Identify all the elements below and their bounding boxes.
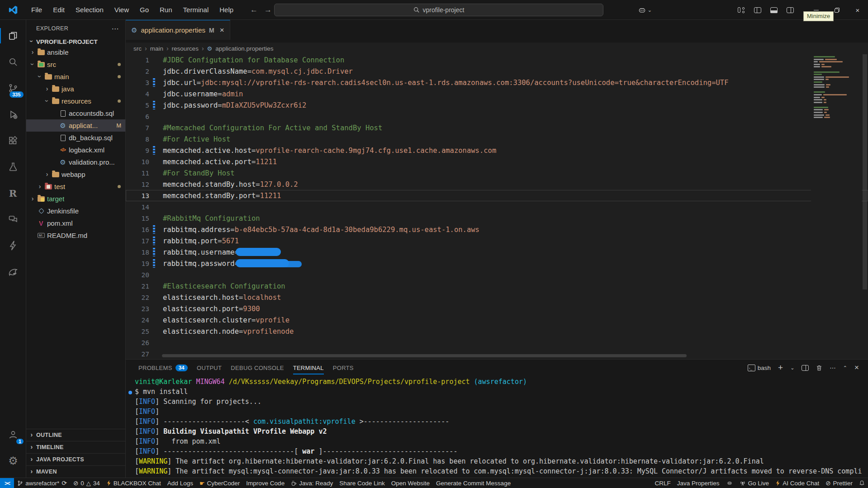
menu-help[interactable]: Help xyxy=(214,4,238,15)
editor-line-6[interactable]: 6 xyxy=(126,111,868,122)
tree-item-test[interactable]: ›test xyxy=(26,180,125,193)
editor-line-26[interactable]: 26 xyxy=(126,337,868,348)
activity-search-icon[interactable] xyxy=(0,49,26,75)
tree-item-java[interactable]: ›java xyxy=(26,83,125,95)
activity-settings-icon[interactable]: ⚙ xyxy=(0,448,26,474)
tree-item-pom-xml[interactable]: ›Vpom.xml xyxy=(26,217,125,229)
menu-edit[interactable]: Edit xyxy=(48,4,70,15)
editor-line-18[interactable]: 18rabbitmq.username= xyxy=(126,246,868,258)
breadcrumb-item[interactable]: application.properties xyxy=(215,45,273,52)
terminal-dropdown-icon[interactable]: ⌄ xyxy=(790,365,794,371)
split-terminal-icon[interactable] xyxy=(802,365,809,371)
editor-line-4[interactable]: 4jdbc.username=admin xyxy=(126,88,868,99)
tree-item-jenkinsfile[interactable]: ›Jenkinsfile xyxy=(26,205,125,217)
sidebar-section-outline[interactable]: ›OUTLINE xyxy=(26,429,125,441)
status-go-live[interactable]: Go Live xyxy=(736,478,773,488)
tree-item-main[interactable]: ›main xyxy=(26,71,125,83)
status-branch[interactable]: awsrefactor*⟳ xyxy=(14,478,70,488)
tree-item-accountsdb-sql[interactable]: ›accountsdb.sql xyxy=(26,107,125,119)
editor-line-10[interactable]: 10memcached.active.port=11211 xyxy=(126,156,868,167)
editor-line-16[interactable]: 16rabbitmq.address=b-e84ebc5b-57aa-4cad-… xyxy=(126,224,868,235)
customize-layout-icon[interactable] xyxy=(738,7,745,13)
panel-close-icon[interactable]: × xyxy=(854,363,859,372)
panel-tab-output[interactable]: OUTPUT xyxy=(192,362,226,374)
sidebar-section-java-projects[interactable]: ›JAVA PROJECTS xyxy=(26,453,125,465)
status-notifications[interactable] xyxy=(856,478,868,488)
editor-line-24[interactable]: 24elasticsearch.cluster=vprofile xyxy=(126,314,868,326)
status-add-logs[interactable]: Add Logs xyxy=(164,478,196,488)
breadcrumb-item[interactable]: src xyxy=(133,45,142,52)
editor-line-12[interactable]: 12memcached.standBy.host=127.0.0.2 xyxy=(126,179,868,190)
status-open-website[interactable]: Open Website xyxy=(388,478,433,488)
editor-line-20[interactable]: 20 xyxy=(126,269,868,280)
menu-view[interactable]: View xyxy=(109,4,134,15)
tree-item-logback-xml[interactable]: ›</>logback.xml xyxy=(26,144,125,156)
activity-thunder-client-icon[interactable] xyxy=(0,232,26,259)
editor-line-3[interactable]: 3jdbc.url=jdbc:mysql://vprofile-rds-rear… xyxy=(126,77,868,88)
status-java-ready[interactable]: Java: Ready xyxy=(288,478,336,488)
panel-tab-terminal[interactable]: TERMINAL xyxy=(289,362,328,374)
minimap[interactable] xyxy=(811,54,862,359)
toggle-sidebar-icon[interactable] xyxy=(754,7,761,13)
tree-item-webapp[interactable]: ›webapp xyxy=(26,168,125,180)
copilot-menu[interactable]: ⌄ xyxy=(637,5,652,15)
command-center-search[interactable]: vprofile-project xyxy=(274,4,603,16)
status-generate-commit-message[interactable]: Generate Commit Message xyxy=(433,478,514,488)
explorer-more-icon[interactable]: ⋯ xyxy=(112,24,119,33)
tree-item-applicat-[interactable]: ›⚙applicat...M xyxy=(26,119,125,132)
menu-file[interactable]: File xyxy=(26,4,47,15)
tree-item-target[interactable]: ›target xyxy=(26,193,125,205)
activity-source-control-icon[interactable]: 335 xyxy=(0,75,26,101)
kill-terminal-icon[interactable] xyxy=(816,365,822,371)
forward-arrow-icon[interactable]: → xyxy=(264,5,272,14)
editor-line-8[interactable]: 8#For Active Host xyxy=(126,133,868,145)
horizontal-scrollbar[interactable] xyxy=(162,354,687,357)
activity-blackbox-icon[interactable] xyxy=(0,259,26,285)
panel-more-icon[interactable]: ⋯ xyxy=(830,364,836,371)
project-root-row[interactable]: › VPROFILE-PROJECT xyxy=(26,37,125,46)
editor-line-9[interactable]: 9memcached.active.host=vprofile-rearch-c… xyxy=(126,145,868,156)
toggle-panel-icon[interactable] xyxy=(770,7,778,13)
tree-item-src[interactable]: ›src xyxy=(26,58,125,71)
activity-extensions-icon[interactable] xyxy=(0,128,26,154)
status-blackbox-chat[interactable]: BLACKBOX Chat xyxy=(103,478,164,488)
status-improve-code[interactable]: Improve Code xyxy=(243,478,288,488)
status-prettier[interactable]: ⊘Prettier xyxy=(822,478,856,488)
editor-line-21[interactable]: 21#Elasticesearch Configuration xyxy=(126,280,868,292)
activity-chat-icon[interactable] xyxy=(0,206,26,232)
tree-item-readme-md[interactable]: ›M↓README.md xyxy=(26,229,125,242)
activity-run-debug-icon[interactable] xyxy=(0,101,26,128)
status-ai-code-chat[interactable]: AI Code Chat xyxy=(772,478,822,488)
close-button[interactable]: × xyxy=(847,0,868,20)
activity-explorer-icon[interactable] xyxy=(0,23,26,49)
editor-line-7[interactable]: 7#Memcached Configuration For Active and… xyxy=(126,122,868,133)
panel-tab-debug-console[interactable]: DEBUG CONSOLE xyxy=(226,362,288,374)
status-eol[interactable]: CRLF xyxy=(652,478,674,488)
status-language-mode[interactable]: Java Properties xyxy=(674,478,723,488)
breadcrumb-item[interactable]: main xyxy=(150,45,163,52)
tree-item-resources[interactable]: ›resources xyxy=(26,95,125,107)
panel-tab-ports[interactable]: PORTS xyxy=(328,362,358,374)
toggle-secondary-sidebar-icon[interactable] xyxy=(787,7,794,13)
tab-application-properties[interactable]: ⚙ application.properties M × xyxy=(126,20,230,40)
status-problems[interactable]: ⊘0△34 xyxy=(70,478,103,488)
activity-r-language-icon[interactable]: R xyxy=(0,180,26,206)
editor-line-22[interactable]: 22elasticsearch.host=localhost xyxy=(126,292,868,303)
status-share-code-link[interactable]: Share Code Link xyxy=(336,478,388,488)
menu-selection[interactable]: Selection xyxy=(71,4,109,15)
vertical-scrollbar[interactable] xyxy=(862,54,868,359)
status-copilot[interactable] xyxy=(723,478,736,488)
editor-line-27[interactable]: 27 xyxy=(126,348,868,359)
new-terminal-icon[interactable]: + xyxy=(778,363,783,373)
tree-item-validation-pro-[interactable]: ›⚙validation.pro... xyxy=(26,156,125,168)
tree-item-db-backup-sql[interactable]: ›db_backup.sql xyxy=(26,132,125,144)
terminal-output[interactable]: vinit@Karlekar MINGW64 /d/VKsssss/Veekay… xyxy=(126,376,868,478)
editor-line-13[interactable]: 13memcached.standBy.port=11211 xyxy=(126,190,868,201)
editor-line-5[interactable]: 5jdbc.password=mDIaXZU5vPUw3Zcxr6i2 xyxy=(126,99,868,111)
command-decoration-dot[interactable] xyxy=(128,391,132,394)
editor-line-19[interactable]: 19rabbitmq.password= xyxy=(126,258,868,269)
activity-accounts-icon[interactable]: 1 xyxy=(0,422,26,448)
editor-line-1[interactable]: 1#JDBC Configutation for Database Connec… xyxy=(126,54,868,66)
editor-line-23[interactable]: 23elasticsearch.port=9300 xyxy=(126,303,868,314)
editor-line-14[interactable]: 14 xyxy=(126,201,868,213)
